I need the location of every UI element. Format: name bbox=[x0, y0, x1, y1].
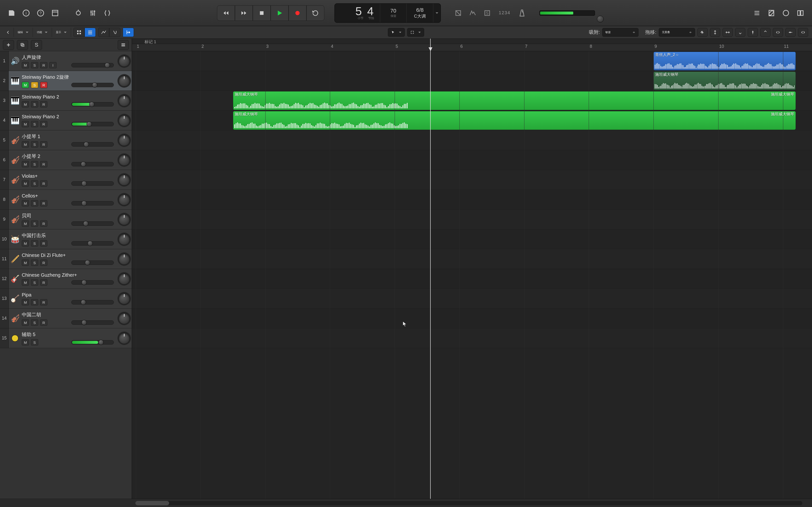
edit-menu[interactable]: 编辑 bbox=[14, 28, 33, 37]
cmd-click-tool[interactable] bbox=[407, 28, 424, 37]
vert-autozoom-button[interactable] bbox=[710, 28, 720, 37]
track-number[interactable]: 12 bbox=[0, 269, 9, 288]
track-lane[interactable] bbox=[132, 170, 812, 190]
track-name[interactable]: Cellos+ bbox=[22, 193, 116, 199]
mute-button[interactable]: M bbox=[22, 320, 29, 326]
track-name[interactable]: Steinway Piano 2旋律 bbox=[22, 74, 116, 80]
track-header[interactable]: 2🎹Steinway Piano 2旋律MSR bbox=[0, 71, 132, 91]
volume-slider[interactable] bbox=[71, 320, 114, 325]
pan-knob[interactable] bbox=[117, 170, 132, 189]
marker-row[interactable]: 标记 1 bbox=[132, 39, 812, 44]
track-instrument-icon[interactable]: 🪈 bbox=[9, 249, 21, 269]
inspector-button[interactable]: i bbox=[19, 6, 33, 20]
autopunch-button[interactable] bbox=[465, 6, 480, 20]
record-enable-button[interactable]: R bbox=[40, 299, 47, 305]
track-header[interactable]: 10🥁中国打击乐MSR bbox=[0, 229, 132, 249]
solo-button[interactable]: S bbox=[31, 299, 38, 305]
hzoom-in-button[interactable] bbox=[798, 28, 808, 37]
track-number[interactable]: 9 bbox=[0, 210, 9, 229]
track-number[interactable]: 5 bbox=[0, 130, 9, 150]
toolbar-button[interactable] bbox=[48, 6, 62, 20]
bar-number[interactable]: 5 bbox=[396, 44, 398, 49]
bar-number[interactable]: 2 bbox=[202, 44, 204, 49]
track-instrument-icon[interactable]: 🪕 bbox=[9, 289, 21, 308]
hzoom-out-button[interactable] bbox=[773, 28, 783, 37]
audio-region[interactable]: 青丝人声_2 ○ bbox=[654, 52, 796, 70]
editors-button[interactable] bbox=[100, 6, 114, 20]
volume-slider[interactable] bbox=[71, 63, 114, 67]
solo-button[interactable]: S bbox=[31, 320, 38, 326]
track-number[interactable]: 7 bbox=[0, 170, 9, 189]
vzoom-slider[interactable] bbox=[748, 28, 758, 37]
lcd-beats[interactable]: 4 bbox=[367, 6, 375, 17]
pan-knob[interactable] bbox=[117, 269, 132, 288]
track-number[interactable]: 10 bbox=[0, 229, 9, 249]
volume-slider[interactable] bbox=[71, 162, 114, 166]
function-menu[interactable]: 功能 bbox=[33, 28, 52, 37]
track-lane[interactable] bbox=[132, 190, 812, 210]
count-in-button[interactable]: 1234 bbox=[495, 6, 515, 20]
automation-button[interactable] bbox=[98, 28, 109, 37]
grid-view-button[interactable] bbox=[73, 28, 85, 37]
solo-button[interactable]: S bbox=[31, 260, 38, 266]
track-number[interactable]: 3 bbox=[0, 91, 9, 110]
bar-number[interactable]: 7 bbox=[525, 44, 527, 49]
volume-slider[interactable] bbox=[71, 261, 114, 265]
track-name[interactable]: 辅助 5 bbox=[22, 331, 116, 338]
lcd-tempo[interactable]: 70 保留 bbox=[380, 4, 407, 22]
track-instrument-icon[interactable]: 🎹 bbox=[9, 91, 21, 110]
track-lane[interactable] bbox=[132, 229, 812, 249]
ruler[interactable]: 标记 1 1234567891011 bbox=[132, 39, 812, 51]
lcd-position[interactable]: 5 4 小节 节拍 bbox=[335, 4, 380, 22]
track-instrument-icon[interactable]: 🎹 bbox=[9, 71, 21, 91]
volume-slider[interactable] bbox=[71, 300, 114, 304]
vzoom-out-button[interactable] bbox=[735, 28, 745, 37]
track-header[interactable]: 11🪈Chinese Di Zi Flute+MSR bbox=[0, 249, 132, 269]
track-instrument-icon[interactable]: 🎻 bbox=[9, 150, 21, 170]
midi-region[interactable]: 施坦威大钢琴 bbox=[654, 71, 796, 90]
mute-button[interactable]: M bbox=[22, 82, 29, 88]
solo-button[interactable]: S bbox=[31, 121, 38, 127]
volume-slider[interactable] bbox=[71, 142, 114, 147]
track-header[interactable]: 12🎸Chinese Guzheng Zither+MSR bbox=[0, 269, 132, 289]
track-number[interactable]: 6 bbox=[0, 150, 9, 170]
lcd-key[interactable]: C大调 bbox=[414, 13, 426, 19]
track-lane[interactable] bbox=[132, 130, 812, 150]
track-number[interactable]: 13 bbox=[0, 289, 9, 308]
track-name[interactable]: Violas+ bbox=[22, 173, 116, 179]
track-instrument-icon[interactable]: 🔊 bbox=[9, 51, 21, 71]
mute-button[interactable]: M bbox=[22, 101, 29, 107]
track-name[interactable]: 贝司 bbox=[22, 213, 116, 219]
display-menu[interactable]: 显示 bbox=[52, 28, 71, 37]
track-lane[interactable] bbox=[132, 150, 812, 170]
rewind-button[interactable] bbox=[217, 5, 235, 21]
track-header[interactable]: 14🎻中国二胡MSR bbox=[0, 308, 132, 328]
pan-knob[interactable] bbox=[117, 91, 132, 110]
track-header[interactable]: 6🎻小提琴 2MSR bbox=[0, 150, 132, 170]
mute-button[interactable]: M bbox=[22, 62, 29, 68]
midi-region[interactable]: 施坦威大钢琴施坦威大钢琴 bbox=[233, 111, 796, 130]
left-click-tool[interactable] bbox=[388, 28, 405, 37]
record-enable-button[interactable]: R bbox=[40, 240, 47, 246]
metronome-button[interactable] bbox=[515, 6, 529, 20]
track-lane[interactable] bbox=[132, 269, 812, 289]
drag-select[interactable]: 无重叠 bbox=[659, 28, 695, 37]
hzoom-slider[interactable] bbox=[785, 28, 796, 37]
flex-button[interactable] bbox=[109, 28, 120, 37]
bar-number[interactable]: 6 bbox=[460, 44, 463, 49]
mute-button[interactable]: M bbox=[22, 339, 29, 345]
volume-slider[interactable] bbox=[71, 280, 114, 285]
smart-controls-button[interactable] bbox=[71, 6, 86, 20]
waveform-zoom-button[interactable] bbox=[698, 28, 708, 37]
track-instrument-icon[interactable]: 🎻 bbox=[9, 130, 21, 150]
record-enable-button[interactable]: R bbox=[40, 161, 47, 167]
track-instrument-icon[interactable]: 🎻 bbox=[9, 190, 21, 209]
track-name[interactable]: Steinway Piano 2 bbox=[22, 114, 116, 119]
lcd-signature-key[interactable]: 6/8 C大调 bbox=[407, 4, 433, 22]
solo-button[interactable]: S bbox=[31, 279, 38, 286]
pan-knob[interactable] bbox=[117, 229, 132, 249]
volume-slider[interactable] bbox=[71, 83, 114, 87]
back-menu[interactable] bbox=[2, 28, 14, 37]
duplicate-track-button[interactable] bbox=[17, 40, 28, 50]
add-track-button[interactable] bbox=[3, 40, 14, 50]
